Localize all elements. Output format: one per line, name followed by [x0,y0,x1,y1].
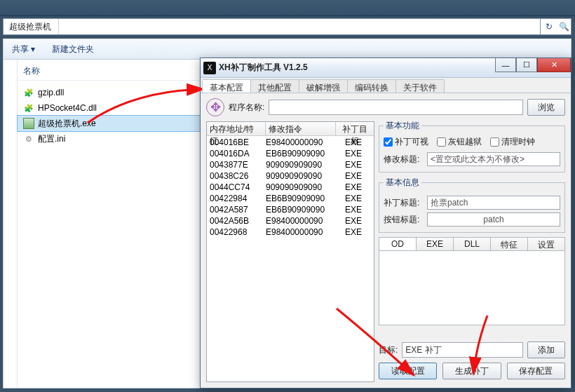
program-name-input[interactable] [269,100,523,115]
tab-1[interactable]: 其他配置 [250,79,299,93]
button-title-label: 按钮标题: [384,214,424,226]
generate-patch-button[interactable]: 生成补丁 [442,363,501,379]
table-row[interactable]: 004016DAEB6B90909090EXE [207,149,374,160]
toolbar-new-folder[interactable]: 新建文件夹 [43,39,102,59]
cell-op: E98400000090 [266,227,336,238]
cell-addr: 0042A587 [207,205,266,216]
save-config-button[interactable]: 保存配置 [507,363,565,379]
explorer-titlebar [0,0,575,16]
tab-2[interactable]: 破解增强 [299,79,348,93]
cell-addr: 004016BE [207,137,266,149]
dll-file-icon [23,102,34,114]
right-panel: 基本功能 补丁可视 灰钮越狱 清理时钟 修改标题: 基本信息 补丁标题: [379,120,565,382]
breadcrumb-seg[interactable]: 超级抢票机 [4,19,59,34]
tab-3[interactable]: 编码转换 [347,79,396,93]
mini-tab-EXE[interactable]: EXE [417,238,454,250]
chk-clear-timer-box[interactable] [490,137,499,147]
ini-file-icon [23,133,34,144]
cell-op: 909090909090 [266,171,336,182]
mini-tab-DLL[interactable]: DLL [454,238,491,250]
mini-tab-body [379,251,565,325]
table-row[interactable]: 0042A56BE98400000090EXE [207,216,374,227]
tab-4[interactable]: 关于软件 [395,79,445,93]
cell-addr: 0043877E [207,160,266,171]
mini-tab-OD[interactable]: OD [379,238,417,250]
button-title-input[interactable] [427,212,560,227]
cell-op: 909090909090 [266,182,336,194]
modify-title-input[interactable] [427,152,560,166]
basic-info-legend: 基本信息 [384,177,421,189]
table-row[interactable]: 00422984EB6B90909090EXE [207,194,374,205]
tab-0[interactable]: 基本配置 [202,79,251,93]
patch-table[interactable]: 内存地址/特征 修改指令 补丁目标 004016BEE98400000090EX… [206,121,374,382]
table-row[interactable]: 00438C26909090909090EXE [207,171,374,182]
tab-strip: 基本配置其他配置破解增强编码转换关于软件 [201,78,571,93]
patch-title-input[interactable] [427,196,560,210]
th-target[interactable]: 补丁目标 [336,122,374,136]
cell-op: E98400000090 [266,216,336,227]
file-name: 配置.ini [38,133,65,145]
target-input[interactable] [402,342,523,358]
breadcrumb[interactable]: 超级抢票机 ↻ 🔍 [3,18,571,35]
maximize-button[interactable]: ☐ [516,58,537,72]
minimize-button[interactable]: — [495,58,516,72]
tab-body: ✥ 程序名称: 浏览 内存地址/特征 修改指令 补丁目标 004016BEE98… [202,95,569,386]
mini-tab-strip: ODEXEDLL特征设置 [379,237,565,251]
cell-op: EB6B90909090 [266,194,336,205]
cell-tgt: EXE [336,194,374,205]
cell-op: EB6B90909090 [266,149,336,160]
exe-file-icon [23,118,34,129]
cell-op: E98400000090 [266,137,336,149]
search-icon[interactable]: 🔍 [557,22,571,32]
cell-addr: 00422968 [207,227,266,238]
basic-info-group: 基本信息 补丁标题: 按钮标题: [379,177,565,233]
table-row[interactable]: 004016BEE98400000090EXE [207,137,374,149]
dll-file-icon [23,87,34,98]
add-button[interactable]: 添加 [527,342,565,358]
cell-op: EB6B90909090 [266,205,336,216]
table-row[interactable]: 00422968E98400000090EXE [207,227,374,238]
tool-title: XH补丁制作工具 V1.2.5 [219,62,308,74]
cell-tgt: EXE [336,205,374,216]
th-opcode[interactable]: 修改指令 [266,122,336,136]
cell-tgt: EXE [336,171,374,182]
cell-tgt: EXE [336,182,374,194]
chk-patch-visible-box[interactable] [384,137,393,147]
modify-title-label: 修改标题: [384,154,424,165]
explorer-toolbar: 共享 ▾ 新建文件夹 [3,39,571,60]
browse-button[interactable]: 浏览 [527,99,565,116]
file-name: 超级抢票机.exe [38,118,96,130]
chk-gray-button-box[interactable] [437,137,446,147]
basic-func-group: 基本功能 补丁可视 灰钮越狱 清理时钟 修改标题: [379,120,565,173]
file-name: gzip.dll [38,88,64,97]
refresh-icon[interactable]: ↻ [540,19,557,34]
tool-window: X XH补丁制作工具 V1.2.5 — ☐ ✕ 基本配置其他配置破解增强编码转换… [200,58,571,388]
cell-op: 909090909090 [266,160,336,171]
basic-func-legend: 基本功能 [384,120,421,132]
cell-tgt: EXE [336,149,374,160]
chk-clear-timer[interactable]: 清理时钟 [490,136,535,148]
patch-title-label: 补丁标题: [384,197,424,209]
mini-tab-设置[interactable]: 设置 [528,238,564,250]
close-button[interactable]: ✕ [537,58,571,72]
chk-patch-visible[interactable]: 补丁可视 [384,136,428,148]
table-row[interactable]: 0042A587EB6B90909090EXE [207,205,374,216]
target-label: 目标: [379,344,398,356]
cell-tgt: EXE [336,227,374,238]
cell-addr: 00438C26 [207,171,266,182]
app-icon: X [203,62,216,74]
cell-addr: 0042A56B [207,216,266,227]
cell-tgt: EXE [336,216,374,227]
table-row[interactable]: 0044CC74909090909090EXE [207,182,374,194]
tool-titlebar[interactable]: X XH补丁制作工具 V1.2.5 — ☐ ✕ [201,58,571,78]
mini-tab-特征[interactable]: 特征 [491,238,528,250]
file-name: HPSocket4C.dll [38,103,97,113]
th-address[interactable]: 内存地址/特征 [207,122,266,136]
cell-tgt: EXE [336,160,374,171]
toolbar-share[interactable]: 共享 ▾ [4,39,43,59]
chk-gray-button[interactable]: 灰钮越狱 [437,136,482,148]
read-config-button[interactable]: 读取配置 [379,363,437,379]
cell-addr: 004016DA [207,149,266,160]
table-row[interactable]: 0043877E909090909090EXE [207,160,374,171]
target-icon: ✥ [206,98,224,116]
